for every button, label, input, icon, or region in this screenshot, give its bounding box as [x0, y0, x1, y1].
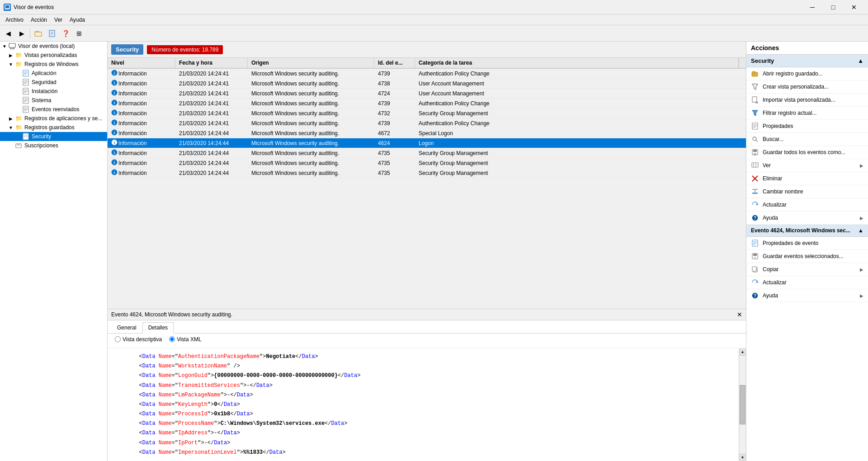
toolbar-open[interactable] [32, 27, 45, 40]
minimize-button[interactable]: ─ [802, 0, 823, 14]
th-origen[interactable]: Origen [248, 58, 374, 68]
scrollbar-down[interactable]: ▼ [739, 454, 746, 461]
td-fecha: 21/03/2020 14:24:44 [175, 129, 248, 137]
svg-rect-87 [753, 254, 757, 256]
action-ver-arrow: ▶ [860, 163, 863, 168]
td-nivel: iInformación [108, 168, 175, 178]
toolbar-back[interactable]: ◀ [2, 27, 14, 40]
sidebar-item-registros-windows[interactable]: ▼ 📁 Registros de Windows [0, 60, 107, 69]
table-row[interactable]: iInformación21/03/2020 14:24:41Microsoft… [108, 69, 746, 79]
action-propiedades[interactable]: Propiedades [746, 120, 868, 133]
detail-scroll-wrapper: <Data Name="AuthenticationPackageName">N… [108, 348, 746, 461]
action-crear-vista[interactable]: Crear vista personalizada... [746, 80, 868, 94]
action-actualizar[interactable]: Actualizar [746, 198, 868, 212]
radio-descriptiva-input[interactable] [115, 336, 121, 342]
radio-xml-input[interactable] [169, 336, 175, 342]
actions-panel: Acciones Security ▲ Abrir registro guard… [746, 42, 868, 461]
th-nivel[interactable]: Nivel [108, 58, 175, 68]
table-row[interactable]: iInformación21/03/2020 14:24:41Microsoft… [108, 89, 746, 99]
table-row[interactable]: iInformación21/03/2020 14:24:44Microsoft… [108, 128, 746, 138]
toolbar-forward[interactable]: ▶ [15, 27, 28, 40]
td-id: 4672 [374, 129, 415, 137]
sidebar-item-root-label: Visor de eventos (local) [18, 43, 75, 49]
scrollbar-up[interactable]: ▲ [739, 348, 746, 356]
toolbar-help[interactable]: ❓ [59, 27, 72, 40]
action-actualizar2[interactable]: Actualizar [746, 276, 868, 289]
td-origen: Microsoft Windows security auditing. [248, 169, 374, 177]
radio-vista-descriptiva[interactable]: Vista descriptiva [115, 336, 162, 343]
sidebar-item-reg-aplicaciones[interactable]: ▶ 📁 Registros de aplicaciones y se... [0, 114, 107, 123]
detail-tab-detalles[interactable]: Detalles [142, 322, 174, 334]
action-ayuda[interactable]: ? Ayuda ▶ [746, 212, 868, 225]
tab-security[interactable]: Security [111, 44, 143, 55]
th-categoria[interactable]: Categoría de la tarea [415, 58, 739, 68]
th-fecha[interactable]: Fecha y hora [175, 58, 248, 68]
action-importar-vista[interactable]: Importar vista personalizada... [746, 94, 868, 107]
scrollbar-thumb[interactable] [740, 385, 745, 424]
table-row[interactable]: iInformación21/03/2020 14:24:44Microsoft… [108, 168, 746, 178]
sidebar-item-sistema[interactable]: Sistema [0, 96, 107, 105]
sidebar-item-instalacion[interactable]: Instalación [0, 87, 107, 96]
sidebar-item-regaplicaciones-label: Registros de aplicaciones y se... [24, 115, 102, 122]
action-filtrar[interactable]: Filtrar registro actual... [746, 107, 868, 120]
save-events-icon [751, 252, 759, 260]
table-row[interactable]: iInformación21/03/2020 14:24:44Microsoft… [108, 138, 746, 148]
sidebar-item-vistas[interactable]: ▶ 📁 Vistas personalizadas [0, 51, 107, 60]
action-propiedades-label: Propiedades [763, 123, 793, 129]
menu-archivo[interactable]: Archivo [2, 16, 27, 24]
title-bar-controls: ─ □ ✕ [802, 0, 864, 14]
action-ayuda2[interactable]: ? Ayuda ▶ [746, 289, 868, 302]
maximize-button[interactable]: □ [823, 0, 844, 14]
sidebar-item-aplicacion[interactable]: Aplicación [0, 69, 107, 78]
detail-tab-general[interactable]: General [111, 322, 142, 333]
table-row[interactable]: iInformación21/03/2020 14:24:44Microsoft… [108, 158, 746, 168]
table-row[interactable]: iInformación21/03/2020 14:24:44Microsoft… [108, 148, 746, 158]
xml-line: <Data Name="ProcessId">0x1b8</Data> [113, 409, 733, 419]
svg-rect-70 [753, 150, 757, 152]
menu-ayuda[interactable]: Ayuda [66, 16, 89, 24]
action-eliminar[interactable]: Eliminar [746, 172, 868, 185]
action-ver[interactable]: Ver ▶ [746, 159, 868, 172]
table-row[interactable]: iInformación21/03/2020 14:24:41Microsoft… [108, 108, 746, 118]
svg-text:i: i [114, 81, 115, 85]
radio-vista-xml[interactable]: Vista XML [169, 336, 201, 343]
table-row[interactable]: iInformación21/03/2020 14:24:41Microsoft… [108, 118, 746, 128]
actions-section-evento-items: Propiedades de evento Guardar eventos se… [746, 237, 868, 302]
action-copiar[interactable]: Copiar ▶ [746, 263, 868, 276]
info-icon: i [111, 129, 118, 137]
svg-text:i: i [114, 151, 115, 155]
sidebar-item-sistema-label: Sistema [32, 97, 51, 103]
sidebar-item-reg-guardados[interactable]: ▼ 📁 Registros guardados [0, 123, 107, 132]
action-buscar[interactable]: Buscar... [746, 133, 868, 146]
sidebar-item-root[interactable]: ▼ Visor de eventos (local) [0, 42, 107, 51]
th-id[interactable]: Id. del e... [374, 58, 415, 68]
svg-text:i: i [114, 131, 115, 135]
td-nivel: iInformación [108, 138, 175, 148]
help-icon: ? [751, 214, 759, 222]
toolbar-report[interactable] [46, 27, 58, 40]
action-guardar-todos[interactable]: Guardar todos los eventos como... [746, 146, 868, 159]
action-propiedades-evento[interactable]: Propiedades de evento [746, 237, 868, 250]
menu-accion[interactable]: Acción [27, 16, 51, 24]
close-button[interactable]: ✕ [844, 0, 864, 14]
table-body[interactable]: iInformación21/03/2020 14:24:41Microsoft… [108, 69, 746, 309]
detail-scroll-content[interactable]: <Data Name="AuthenticationPackageName">N… [108, 348, 739, 461]
menu-ver[interactable]: Ver [51, 16, 66, 24]
action-ayuda-label: Ayuda [763, 215, 778, 221]
sidebar-item-eventos-reenviados[interactable]: Eventos reenviados [0, 105, 107, 114]
event-detail-close[interactable]: ✕ [737, 311, 742, 318]
sidebar-item-seguridad[interactable]: Seguridad [0, 78, 107, 87]
sidebar-item-security[interactable]: Security [0, 132, 107, 141]
action-guardar-eventos[interactable]: Guardar eventos seleccionados... [746, 250, 868, 263]
toolbar-grid[interactable]: ⊞ [73, 27, 85, 40]
svg-text:?: ? [754, 293, 756, 298]
xml-line: <Data Name="AuthenticationPackageName">N… [113, 352, 733, 362]
action-abrir-registro[interactable]: Abrir registro guardado... [746, 67, 868, 80]
action-cambiar-nombre[interactable]: Cambiar nombre [746, 185, 868, 198]
actions-section-security[interactable]: Security ▲ [746, 55, 868, 67]
table-row[interactable]: iInformación21/03/2020 14:24:41Microsoft… [108, 99, 746, 108]
td-nivel: iInformación [108, 99, 175, 108]
actions-section-evento[interactable]: Evento 4624, Microsoft Windows sec... ▲ [746, 225, 868, 237]
table-row[interactable]: iInformación21/03/2020 14:24:41Microsoft… [108, 79, 746, 89]
sidebar-item-suscripciones[interactable]: Suscripciones [0, 141, 107, 150]
